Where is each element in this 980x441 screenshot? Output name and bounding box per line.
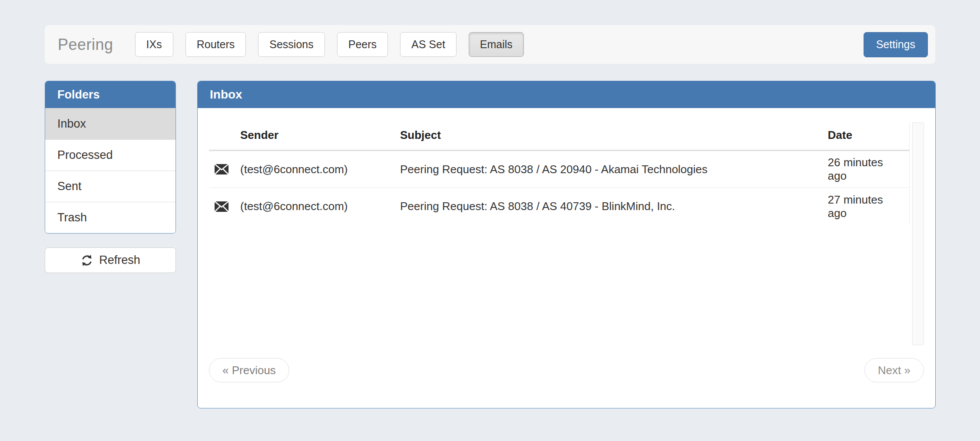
- refresh-icon: [80, 254, 93, 267]
- tab-as-set[interactable]: AS Set: [400, 32, 457, 57]
- email-row[interactable]: (test@6connect.com) Peering Request: AS …: [209, 188, 910, 225]
- folder-item-trash[interactable]: Trash: [45, 202, 175, 233]
- email-row[interactable]: (test@6connect.com) Peering Request: AS …: [209, 151, 910, 188]
- envelope-cell: [209, 151, 235, 188]
- subject-cell: Peering Request: AS 8038 / AS 20940 - Ak…: [395, 151, 823, 188]
- date-cell: 26 minutes ago: [823, 151, 910, 188]
- envelope-cell: [209, 188, 235, 225]
- column-header-subject: Subject: [395, 122, 823, 151]
- column-header-date: Date: [823, 122, 910, 151]
- envelope-icon: [214, 163, 230, 175]
- folders-header: Folders: [45, 81, 175, 108]
- folder-item-processed[interactable]: Processed: [45, 139, 175, 171]
- settings-button[interactable]: Settings: [864, 32, 928, 57]
- tab-routers[interactable]: Routers: [185, 32, 246, 57]
- envelope-icon: [214, 201, 230, 213]
- sender-cell: (test@6connect.com): [235, 188, 395, 225]
- tab-bar: IXs Routers Sessions Peers AS Set Emails: [135, 32, 524, 57]
- folder-item-sent[interactable]: Sent: [45, 171, 175, 202]
- refresh-label: Refresh: [99, 253, 140, 267]
- next-button[interactable]: Next »: [864, 358, 924, 382]
- refresh-button[interactable]: Refresh: [45, 247, 176, 273]
- email-table: Sender Subject Date: [209, 122, 910, 225]
- page-title: Peering: [58, 36, 113, 54]
- previous-button[interactable]: « Previous: [209, 358, 289, 382]
- subject-cell: Peering Request: AS 8038 / AS 40739 - Bl…: [395, 188, 823, 225]
- table-header-row: Sender Subject Date: [209, 122, 910, 151]
- date-cell: 27 minutes ago: [823, 188, 910, 225]
- pagination: « Previous Next »: [209, 358, 924, 382]
- column-header-icon: [209, 122, 235, 151]
- sender-cell: (test@6connect.com): [235, 151, 395, 188]
- tab-ixs[interactable]: IXs: [135, 32, 173, 57]
- inbox-header: Inbox: [198, 81, 935, 108]
- scrollbar-track[interactable]: [912, 122, 924, 345]
- folder-item-inbox[interactable]: Inbox: [45, 108, 175, 139]
- inbox-panel: Inbox Sender Subject Date: [197, 81, 936, 408]
- folders-panel: Folders Inbox Processed Sent Trash: [45, 81, 176, 234]
- tab-emails[interactable]: Emails: [469, 32, 524, 57]
- column-header-sender: Sender: [235, 122, 395, 151]
- tab-peers[interactable]: Peers: [337, 32, 388, 57]
- top-bar: Peering IXs Routers Sessions Peers AS Se…: [45, 25, 935, 64]
- tab-sessions[interactable]: Sessions: [258, 32, 324, 57]
- email-table-area: Sender Subject Date: [209, 122, 924, 345]
